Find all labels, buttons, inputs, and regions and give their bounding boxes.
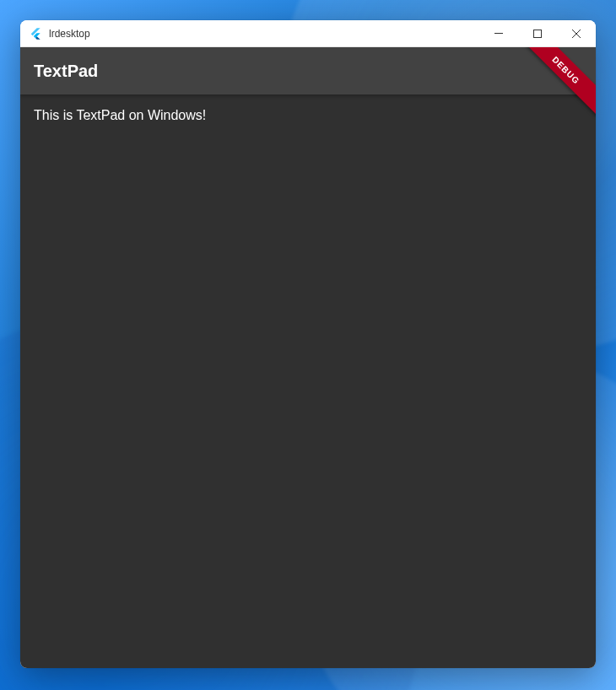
- application-window: lrdesktop TextPad DE: [20, 20, 596, 668]
- body-text: This is TextPad on Windows!: [34, 108, 582, 123]
- app-bar-title: TextPad: [34, 62, 98, 81]
- maximize-icon: [533, 30, 542, 38]
- app-bar: TextPad: [20, 47, 596, 94]
- maximize-button[interactable]: [518, 20, 557, 46]
- window-titlebar[interactable]: lrdesktop: [20, 20, 596, 47]
- close-button[interactable]: [557, 20, 596, 46]
- app-body: This is TextPad on Windows!: [20, 94, 596, 668]
- svg-rect-0: [534, 30, 542, 37]
- window-controls: [479, 20, 596, 46]
- minimize-icon: [494, 33, 503, 34]
- window-title: lrdesktop: [49, 28, 90, 40]
- minimize-button[interactable]: [479, 20, 518, 46]
- flutter-icon: [29, 27, 42, 40]
- app-client-area: TextPad DEBUG This is TextPad on Windows…: [20, 47, 596, 668]
- close-icon: [572, 30, 581, 38]
